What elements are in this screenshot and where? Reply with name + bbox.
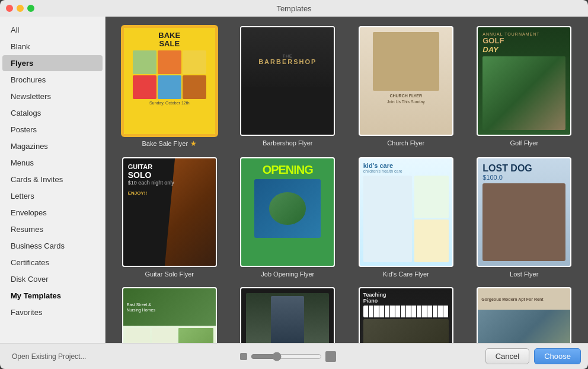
size-slider[interactable] — [251, 352, 322, 361]
sidebar-item-cards-invites[interactable]: Cards & Invites — [2, 171, 103, 187]
template-green-brochure[interactable]: East Street &Nursing Homes Green Brochur… — [115, 287, 224, 343]
template-job-opening[interactable]: OPENING Job Opening Flyer — [234, 157, 343, 278]
template-lost-flyer-thumb: LOST DOG $100.0 — [477, 157, 571, 267]
sidebar-item-business-cards[interactable]: Business Cards — [2, 238, 103, 254]
star-icon: ★ — [190, 139, 197, 148]
template-kids-care-thumb: kid's care children's health care — [359, 157, 453, 267]
titlebar: Templates — [0, 0, 588, 17]
choose-button[interactable]: Choose — [534, 348, 581, 364]
sidebar-item-all[interactable]: All — [2, 22, 103, 38]
maximize-button[interactable] — [27, 5, 34, 12]
bottom-right-section: Cancel Choose — [485, 348, 581, 364]
sidebar-item-posters[interactable]: Posters — [2, 122, 103, 138]
sidebar-item-blank[interactable]: Blank — [2, 39, 103, 55]
template-church-thumb: CHURCH FLYER Join Us This Sunday — [359, 26, 453, 136]
sidebar-item-brochures[interactable]: Brochures — [2, 72, 103, 88]
size-slider-section — [240, 351, 336, 362]
sidebar-item-flyers[interactable]: Flyers — [2, 55, 103, 71]
golf-photo — [482, 56, 565, 130]
mh-title-text: Gorgeous Modern Apt For Rent — [481, 297, 543, 301]
template-job-opening-thumb: OPENING — [240, 157, 335, 267]
mh-header: Gorgeous Modern Apt For Rent — [478, 288, 570, 310]
kidscare-content — [363, 176, 449, 262]
sidebar: All Blank Flyers Brochures Newsletters C… — [0, 17, 106, 343]
pe-top-area — [246, 293, 329, 343]
template-church[interactable]: CHURCH FLYER Join Us This Sunday Church … — [351, 26, 461, 148]
gb-img — [178, 328, 213, 343]
template-bake-sale-label: Bake Sale Flyer ★ — [142, 139, 197, 148]
bottom-bar: Open Existing Project... Cancel Choose — [0, 343, 588, 369]
sidebar-item-my-templates[interactable]: My Templates — [2, 288, 103, 304]
template-photo-exhibit[interactable]: PHOTO EXHIBITION Sept 1 - 8pm Photo Exhi… — [234, 287, 343, 343]
gb-col2 — [152, 328, 176, 343]
template-photo-exhibit-thumb: PHOTO EXHIBITION Sept 1 - 8pm — [240, 287, 335, 343]
small-size-icon — [240, 353, 247, 360]
window-title: Templates — [276, 4, 311, 13]
piano-keys — [363, 306, 449, 317]
template-kids-care-label: Kid's Care Flyer — [383, 271, 429, 278]
template-grid: BAKESALE Sunday, October 12th Bak — [115, 26, 579, 343]
sidebar-item-favorites[interactable]: Favorites — [2, 304, 103, 320]
template-golf-thumb: ANNUAL TOURNAMENT GOLFDAY — [477, 26, 571, 136]
template-guitar-label: Guitar Solo Flyer — [145, 271, 194, 278]
sidebar-item-magazines[interactable]: Magazines — [2, 138, 103, 154]
kidscare-left-col — [363, 176, 412, 262]
mh-photo — [478, 310, 570, 343]
template-barbershop-label: Barbershop Flyer — [263, 139, 312, 147]
gb-body — [123, 326, 216, 343]
sidebar-item-envelopes[interactable]: Envelopes — [2, 205, 103, 221]
template-modern-home-thumb: Gorgeous Modern Apt For Rent — [477, 287, 571, 343]
minimize-button[interactable] — [17, 5, 24, 12]
kidscare-right-col — [414, 176, 449, 262]
main-container: All Blank Flyers Brochures Newsletters C… — [0, 17, 588, 343]
opening-text: OPENING — [263, 163, 313, 177]
lostdog-title-text: LOST DOG — [482, 163, 565, 174]
church-image — [373, 32, 439, 91]
open-existing-button[interactable]: Open Existing Project... — [7, 350, 91, 363]
large-size-icon — [325, 351, 336, 362]
template-job-opening-label: Job Opening Flyer — [261, 271, 314, 278]
template-golf-label: Golf Flyer — [510, 139, 538, 147]
sidebar-item-newsletters[interactable]: Newsletters — [2, 88, 103, 104]
template-modern-home[interactable]: Gorgeous Modern Apt For Rent Modern Home — [470, 287, 579, 343]
lostdog-reward: $100.0 — [482, 174, 565, 181]
sidebar-item-disk-cover[interactable]: Disk Cover — [2, 271, 103, 287]
piano-header-text: TeachingPiano — [363, 292, 449, 304]
pe-person-img — [271, 296, 304, 343]
gb-header: East Street &Nursing Homes — [123, 288, 216, 326]
golf-title: ANNUAL TOURNAMENT — [482, 32, 565, 36]
sidebar-item-letters[interactable]: Letters — [2, 188, 103, 204]
template-lost-flyer[interactable]: LOST DOG $100.0 Lost Flyer — [470, 157, 579, 278]
template-bake-sale[interactable]: BAKESALE Sunday, October 12th Bak — [115, 26, 224, 148]
template-guitar-thumb: GUITAR SOLO $10 each night only ENJOY!! — [122, 157, 217, 267]
template-guitar-solo[interactable]: GUITAR SOLO $10 each night only ENJOY!! … — [115, 157, 224, 278]
template-church-label: Church Flyer — [387, 139, 424, 147]
template-piano[interactable]: TeachingPiano Teaching Piano — [351, 287, 461, 343]
gb-col1 — [126, 328, 150, 343]
bake-sale-title-text: BAKESALE — [158, 31, 180, 49]
cancel-button[interactable]: Cancel — [485, 348, 529, 364]
sidebar-item-certificates[interactable]: Certificates — [2, 255, 103, 271]
lostdog-photo — [482, 183, 565, 261]
template-barbershop[interactable]: THE BARBERSHOP Barbershop Flyer — [234, 26, 343, 148]
gb-header-text: East Street &Nursing Homes — [127, 302, 155, 313]
bake-sale-grid — [133, 50, 206, 99]
template-barbershop-thumb: THE BARBERSHOP — [240, 26, 335, 136]
bottom-left-section: Open Existing Project... — [7, 350, 91, 363]
template-kids-care[interactable]: kid's care children's health care Kid's … — [351, 157, 461, 278]
template-content: BAKESALE Sunday, October 12th Bak — [106, 17, 588, 343]
golf-main-text: GOLFDAY — [482, 36, 565, 54]
window-controls — [6, 5, 34, 12]
sidebar-item-catalogs[interactable]: Catalogs — [2, 105, 103, 121]
guitar-text: GUITAR SOLO $10 each night only ENJOY!! — [128, 163, 174, 196]
piano-photo — [363, 319, 449, 343]
close-button[interactable] — [6, 5, 13, 12]
template-green-brochure-thumb: East Street &Nursing Homes — [122, 287, 217, 343]
template-lost-flyer-label: Lost Flyer — [510, 271, 538, 278]
sidebar-item-menus[interactable]: Menus — [2, 155, 103, 171]
template-piano-thumb: TeachingPiano — [359, 287, 453, 343]
sidebar-item-resumes[interactable]: Resumes — [2, 221, 103, 237]
template-golf[interactable]: ANNUAL TOURNAMENT GOLFDAY Golf Flyer — [470, 26, 579, 148]
kidscare-title-text: kid's care — [363, 162, 449, 169]
bake-footer: Sunday, October 12th — [149, 101, 190, 105]
